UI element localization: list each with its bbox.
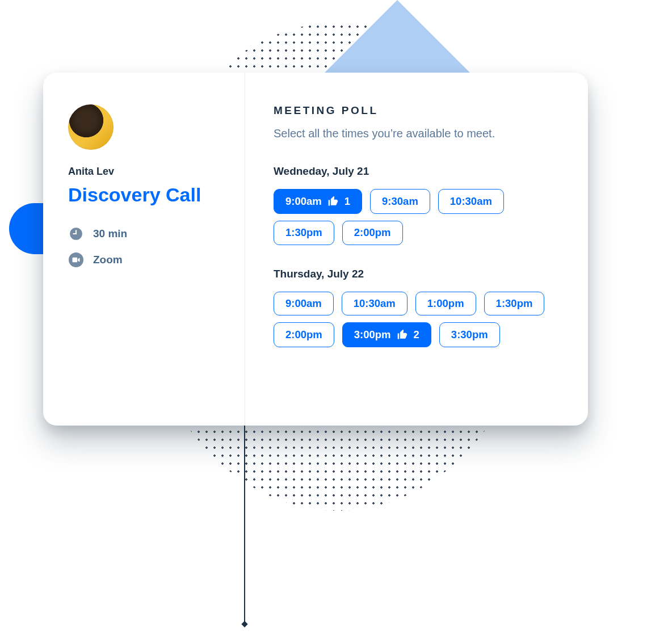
time-slot-button[interactable]: 9:00am bbox=[274, 292, 334, 316]
time-slot-time: 10:30am bbox=[354, 298, 396, 309]
poll-heading: MEETING POLL bbox=[274, 104, 560, 117]
time-slot-time: 3:30pm bbox=[451, 330, 488, 340]
event-info-panel: Anita Lev Discovery Call 30 min Zoom bbox=[43, 73, 245, 426]
poll-panel: MEETING POLL Select all the times you’re… bbox=[245, 73, 588, 426]
thumbs-up-icon bbox=[327, 196, 339, 207]
clock-icon bbox=[68, 226, 84, 242]
time-slot-time: 9:30am bbox=[382, 196, 418, 207]
host-avatar bbox=[68, 104, 114, 150]
time-slot-button[interactable]: 9:00am1 bbox=[274, 189, 362, 214]
time-slot-time: 1:00pm bbox=[427, 298, 464, 309]
day-label: Thursday, July 22 bbox=[274, 268, 560, 280]
time-slot-time: 3:00pm bbox=[354, 330, 391, 340]
vote-count: 2 bbox=[414, 330, 419, 340]
vote-count: 1 bbox=[344, 196, 350, 207]
time-slot-time: 9:00am bbox=[285, 196, 322, 207]
time-slot-time: 1:30pm bbox=[496, 298, 533, 309]
time-slot-button[interactable]: 3:00pm2 bbox=[342, 322, 431, 347]
day-label: Wedneday, July 21 bbox=[274, 165, 560, 178]
time-slot-time: 10:30am bbox=[450, 196, 492, 207]
time-slot-time: 2:00pm bbox=[354, 228, 391, 238]
slot-group: 9:00am10:30am1:00pm1:30pm2:00pm3:00pm23:… bbox=[274, 292, 560, 348]
duration-label: 30 min bbox=[93, 228, 127, 240]
meta-location: Zoom bbox=[68, 252, 222, 268]
time-slot-button[interactable]: 1:30pm bbox=[484, 292, 545, 316]
meta-duration: 30 min bbox=[68, 226, 222, 242]
time-slot-button[interactable]: 10:30am bbox=[342, 292, 407, 316]
time-slot-time: 9:00am bbox=[285, 298, 322, 309]
video-icon bbox=[68, 252, 84, 268]
poll-days: Wedneday, July 219:00am19:30am10:30am1:3… bbox=[274, 165, 560, 347]
poll-subheading: Select all the times you’re available to… bbox=[274, 127, 560, 140]
host-name: Anita Lev bbox=[68, 166, 222, 178]
time-slot-button[interactable]: 10:30am bbox=[438, 189, 504, 214]
slot-group: 9:00am19:30am10:30am1:30pm2:00pm bbox=[274, 189, 560, 245]
time-slot-button[interactable]: 1:30pm bbox=[274, 221, 334, 245]
time-slot-button[interactable]: 1:00pm bbox=[415, 292, 476, 316]
event-title: Discovery Call bbox=[68, 184, 222, 205]
time-slot-button[interactable]: 2:00pm bbox=[274, 322, 334, 347]
time-slot-time: 1:30pm bbox=[285, 228, 322, 238]
decorative-vertical-line bbox=[244, 426, 245, 624]
thumbs-up-icon bbox=[397, 329, 408, 340]
time-slot-button[interactable]: 2:00pm bbox=[342, 221, 403, 245]
time-slot-button[interactable]: 9:30am bbox=[370, 189, 430, 214]
time-slot-time: 2:00pm bbox=[285, 330, 322, 340]
location-label: Zoom bbox=[93, 254, 123, 266]
meeting-poll-card: Anita Lev Discovery Call 30 min Zoom MEE… bbox=[43, 73, 588, 426]
time-slot-button[interactable]: 3:30pm bbox=[439, 322, 500, 347]
